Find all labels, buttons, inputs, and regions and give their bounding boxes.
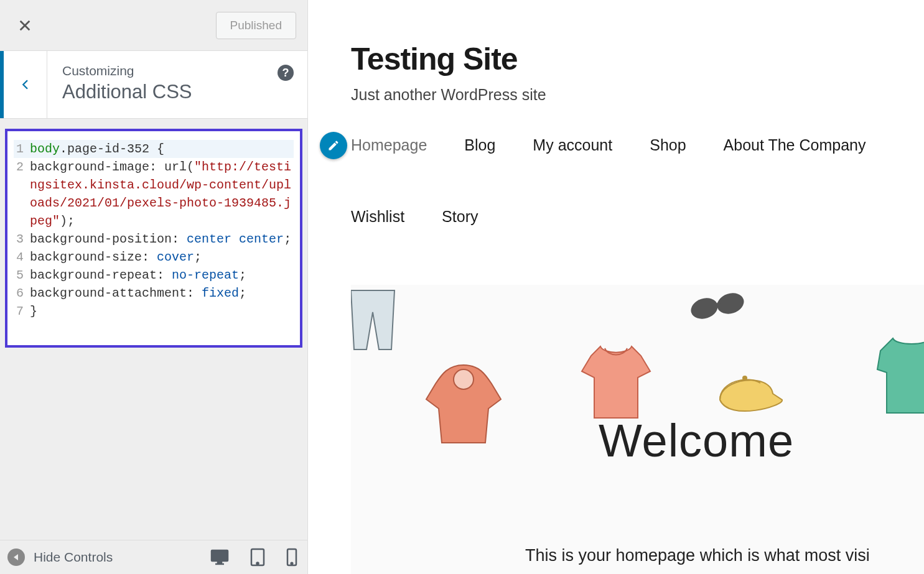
svg-rect-4 — [218, 561, 222, 563]
close-icon — [18, 19, 32, 32]
help-button[interactable]: ? — [278, 65, 294, 81]
tablet-icon — [250, 548, 265, 567]
customizing-label: Customizing — [62, 63, 292, 78]
publish-button[interactable]: Published — [216, 12, 296, 39]
device-toggles — [210, 548, 297, 567]
nav-link-about-the-company[interactable]: About The Company — [724, 131, 866, 159]
code-line[interactable]: 7} — [14, 302, 294, 320]
line-number: 6 — [14, 284, 30, 302]
svg-rect-3 — [212, 550, 228, 561]
code-text[interactable]: background-image: url("http://testingsit… — [30, 158, 294, 230]
nav-link-my-account[interactable]: My account — [533, 131, 612, 159]
hoodie-illustration — [423, 362, 504, 449]
code-text[interactable]: background-repeat: no-repeat; — [30, 266, 294, 284]
preview-divider — [307, 0, 308, 574]
code-line[interactable]: 4background-size: cover; — [14, 248, 294, 266]
site-tagline: Just another WordPress site — [351, 86, 880, 104]
tshirt-illustration — [579, 343, 653, 424]
code-line[interactable]: 1body.page-id-352 { — [14, 140, 294, 158]
preview-pane: Testing Site Just another WordPress site… — [307, 0, 924, 574]
collapse-sidebar-button[interactable] — [7, 549, 25, 566]
edit-shortcut-button[interactable] — [320, 132, 347, 159]
code-text[interactable]: background-attachment: fixed; — [30, 284, 294, 302]
tablet-view-button[interactable] — [250, 548, 265, 567]
desktop-view-button[interactable] — [210, 548, 229, 567]
code-text[interactable]: background-position: center center; — [30, 230, 294, 248]
cap-illustration — [711, 366, 785, 422]
svg-marker-2 — [14, 554, 18, 560]
section-header: Customizing Additional CSS ? — [0, 51, 307, 119]
svg-point-12 — [454, 369, 474, 389]
code-line[interactable]: 2background-image: url("http://testingsi… — [14, 158, 294, 230]
css-editor[interactable]: 1body.page-id-352 {2background-image: ur… — [5, 129, 302, 348]
nav-link-story[interactable]: Story — [442, 203, 478, 231]
hero-section: Welcome This is your homepage which is w… — [351, 285, 924, 574]
hide-controls-label[interactable]: Hide Controls — [34, 550, 113, 565]
line-number: 5 — [14, 266, 30, 284]
code-line[interactable]: 3background-position: center center; — [14, 230, 294, 248]
close-customizer-button[interactable] — [11, 12, 39, 39]
svg-point-13 — [742, 376, 747, 381]
chevron-left-icon — [20, 76, 31, 93]
svg-point-9 — [291, 563, 293, 565]
code-line[interactable]: 5background-repeat: no-repeat; — [14, 266, 294, 284]
pants-illustration — [351, 287, 401, 356]
site-title[interactable]: Testing Site — [351, 41, 880, 77]
sunglasses-illustration — [687, 290, 749, 327]
code-text[interactable]: body.page-id-352 { — [30, 140, 294, 158]
mobile-icon — [286, 548, 297, 567]
code-text[interactable]: background-size: cover; — [30, 248, 294, 266]
line-number: 7 — [14, 302, 30, 320]
code-text[interactable]: } — [30, 302, 294, 320]
svg-point-10 — [688, 295, 721, 322]
customizer-footer: Hide Controls — [0, 540, 307, 574]
nav-link-homepage[interactable]: Homepage — [351, 131, 427, 159]
line-number: 1 — [14, 140, 30, 158]
svg-point-7 — [257, 563, 259, 565]
code-line[interactable]: 6background-attachment: fixed; — [14, 284, 294, 302]
line-number: 3 — [14, 230, 30, 248]
help-icon: ? — [282, 67, 289, 80]
sweater-illustration — [874, 332, 924, 419]
line-number: 2 — [14, 158, 30, 230]
hero-subtext: This is your homepage which is what most… — [525, 546, 870, 565]
hero-heading: Welcome — [599, 414, 794, 467]
desktop-icon — [210, 549, 229, 565]
customizer-topbar: Published — [0, 0, 307, 51]
section-title: Additional CSS — [62, 81, 292, 103]
mobile-view-button[interactable] — [286, 548, 297, 567]
nav-link-blog[interactable]: Blog — [464, 131, 495, 159]
customizer-sidebar: Published Customizing Additional CSS ? 1… — [0, 0, 307, 540]
back-button[interactable] — [4, 51, 47, 118]
nav-link-shop[interactable]: Shop — [650, 131, 686, 159]
primary-nav: HomepageBlogMy accountShopAbout The Comp… — [351, 131, 924, 231]
line-number: 4 — [14, 248, 30, 266]
triangle-left-icon — [12, 553, 20, 561]
pencil-icon — [327, 139, 340, 152]
nav-link-wishlist[interactable]: Wishlist — [351, 203, 404, 231]
site-header: Testing Site Just another WordPress site — [307, 0, 924, 104]
